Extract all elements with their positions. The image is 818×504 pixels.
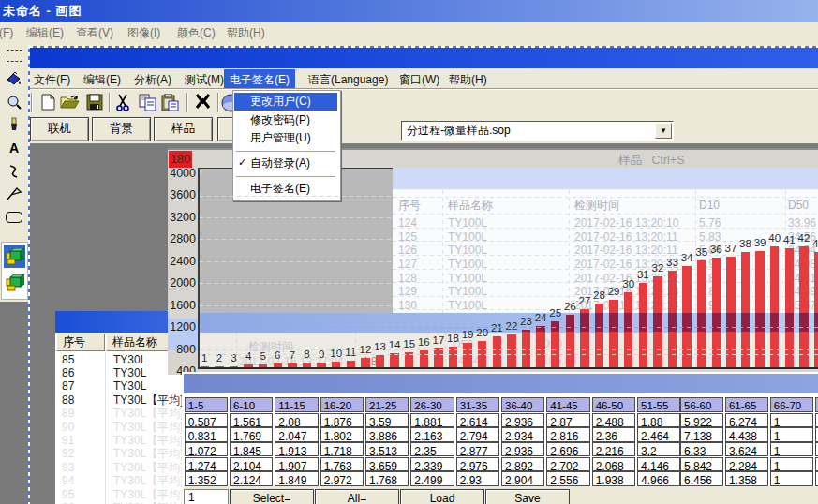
magnifier-icon	[7, 95, 22, 110]
bar-band-overlay	[712, 313, 721, 333]
menu-item-0[interactable]: 更改用户(C)	[234, 93, 337, 111]
text-icon: A	[9, 141, 19, 156]
paint-menu-1[interactable]: 编辑(E)	[26, 27, 64, 38]
curve-tool[interactable]	[3, 160, 25, 182]
plot-gridline	[200, 349, 818, 350]
bar-band-overlay	[770, 313, 780, 333]
bar	[347, 361, 356, 367]
bar	[288, 363, 297, 367]
bar-band-overlay	[595, 313, 604, 333]
bar	[201, 366, 210, 368]
paint-canvas[interactable]: 文件(F)编辑(E)分析(A)测试(M)电子签名(E)语言(Language)窗…	[29, 44, 818, 504]
bar	[215, 366, 224, 368]
bar	[566, 315, 575, 367]
menu-item-2[interactable]: 用户管理(U)	[234, 129, 337, 147]
paint-menu-5[interactable]: 帮助(H)	[227, 27, 265, 38]
rounded-rect-tool[interactable]	[3, 206, 25, 228]
fill-tool[interactable]	[3, 68, 25, 90]
bar	[507, 334, 516, 367]
paint-toolbox: A	[0, 44, 29, 302]
menu-item-4[interactable]: 自动登录(A)✓	[234, 155, 337, 172]
select-icon	[7, 50, 22, 62]
rounded-rect-icon	[6, 212, 22, 223]
selection-transparent-option[interactable]	[4, 271, 25, 294]
bar	[303, 363, 312, 367]
polygon-tool[interactable]	[3, 184, 25, 205]
text-tool[interactable]: A	[3, 137, 25, 158]
plot-gridline	[200, 283, 393, 284]
bar	[259, 364, 268, 367]
bar	[814, 252, 818, 368]
bar	[639, 283, 648, 367]
bar-band-overlay	[697, 313, 706, 333]
bar	[390, 353, 399, 368]
bar	[755, 251, 765, 368]
bar	[580, 309, 589, 367]
bar	[712, 258, 721, 368]
paint-menu-2[interactable]: 查看(V)	[76, 27, 113, 38]
bar	[230, 366, 239, 368]
bar	[376, 355, 385, 368]
plot-gridline	[200, 354, 818, 355]
selection-mode-icon	[6, 248, 24, 265]
bar-band-overlay	[785, 313, 795, 333]
curve-icon	[8, 164, 20, 179]
bar-value-label: 43	[805, 239, 818, 250]
bar	[274, 363, 283, 367]
checkmark-icon: ✓	[238, 156, 246, 169]
bar	[317, 363, 326, 367]
bar	[726, 257, 736, 368]
bar-band-overlay	[814, 313, 818, 333]
plot-gridline	[200, 261, 393, 262]
select-tool[interactable]	[3, 45, 25, 67]
plot-gridline	[200, 196, 393, 197]
bar-band-overlay	[653, 313, 662, 333]
menu-separator	[236, 176, 335, 177]
bar-band-overlay	[755, 313, 765, 333]
menu-item-1[interactable]: 修改密码(P)	[234, 111, 337, 129]
paint-window-title: 未命名 - 画图	[3, 5, 82, 17]
plot-gridline	[200, 327, 818, 328]
bar	[536, 326, 545, 367]
plot-gridline	[200, 239, 393, 240]
selection-marquee-top[interactable]	[29, 46, 818, 48]
bar	[741, 252, 751, 367]
bar	[361, 358, 370, 367]
paint-menu-4[interactable]: 颜色(C)	[177, 27, 216, 38]
bar	[697, 260, 706, 367]
bar-band-overlay	[726, 313, 736, 333]
bar-band-overlay	[668, 313, 677, 333]
plot-gridline	[200, 305, 393, 306]
selection-mode-icon	[6, 274, 24, 291]
bar-band-overlay	[799, 313, 809, 333]
bar-band-overlay	[624, 313, 633, 333]
selection-marquee-left[interactable]	[28, 45, 30, 504]
bar-band-overlay	[522, 330, 531, 332]
paint-titlebar[interactable]: 未命名 - 画图	[0, 0, 818, 22]
bar	[434, 348, 443, 368]
magnifier-tool[interactable]	[3, 91, 25, 112]
brush-icon	[7, 117, 21, 132]
bar	[609, 300, 618, 368]
paint-menu-3[interactable]: 图像(I)	[127, 27, 160, 38]
bar-band-overlay	[566, 315, 575, 332]
bar	[595, 304, 604, 368]
plot-gridline	[200, 217, 393, 218]
polygon-icon	[7, 187, 22, 200]
tool-options-panel	[1, 242, 28, 300]
bar	[682, 266, 692, 367]
paint-menu-file-fragment[interactable]: (F)	[0, 27, 13, 38]
signature-dropdown-menu: 更改用户(C)修改密码(P)用户管理(U)自动登录(A)✓电子签名(E)	[232, 90, 341, 201]
bar	[624, 292, 633, 368]
menu-separator	[236, 151, 335, 152]
bar-band-overlay	[682, 313, 692, 333]
selection-opaque-option[interactable]	[4, 245, 25, 268]
bar-band-overlay	[741, 313, 751, 333]
screen: 未命名 - 画图 (F)编辑(E)查看(V)图像(I)颜色(C)帮助(H) A …	[0, 0, 818, 504]
bar-chart-series: 1234567891011121314151617181920212223242…	[29, 44, 818, 504]
bar-band-overlay	[580, 313, 589, 333]
brush-tool[interactable]	[3, 114, 25, 136]
bar-band-overlay	[609, 313, 618, 333]
paint-menubar: (F)编辑(E)查看(V)图像(I)颜色(C)帮助(H)	[0, 22, 818, 44]
fill-icon	[6, 71, 22, 86]
